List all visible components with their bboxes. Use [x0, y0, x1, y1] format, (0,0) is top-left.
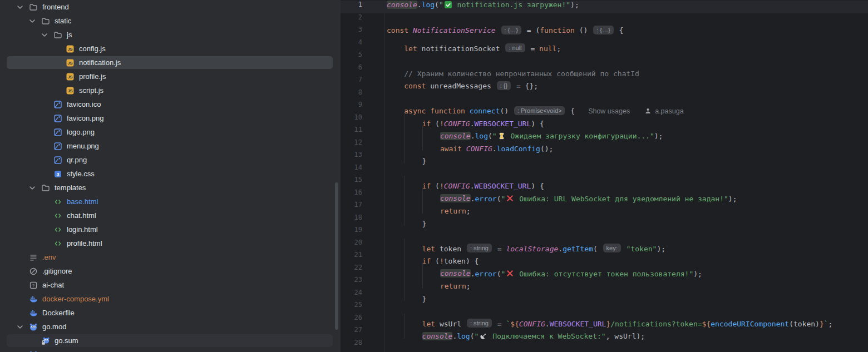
chevron-down-icon[interactable] — [16, 3, 24, 12]
code-line[interactable]: 13} — [341, 151, 868, 163]
tree-item-file[interactable] — [0, 348, 341, 352]
inlay-hint[interactable]: : {…} — [501, 26, 521, 34]
line-number[interactable]: 24 — [341, 289, 384, 301]
code-line[interactable]: 12await CONFIG.loadConfig(); — [341, 138, 868, 151]
line-number[interactable]: 17 — [341, 201, 384, 214]
code-line[interactable]: 25 — [341, 301, 868, 314]
code-line[interactable]: 26let wsUrl : string = `${CONFIG.WEBSOCK… — [341, 314, 868, 326]
line-number[interactable]: 11 — [341, 126, 384, 138]
line-number[interactable]: 3 — [341, 26, 384, 38]
line-number[interactable]: 4 — [341, 38, 384, 51]
code-line[interactable]: 17return; — [341, 201, 868, 214]
line-number[interactable]: 13 — [341, 151, 384, 163]
tree-item-config-js[interactable]: JSconfig.js — [0, 42, 341, 56]
code-line[interactable]: 10if (!CONFIG.WEBSOCKET_URL) { — [341, 113, 868, 126]
indent-guide — [422, 201, 440, 214]
line-number[interactable]: 27 — [341, 326, 384, 339]
line-number[interactable]: 28 — [341, 339, 384, 351]
code-line[interactable]: 16console.error(" Ошибка: URL WebSocket … — [341, 189, 868, 201]
code-line[interactable]: 20let token : string = localStorage.getI… — [341, 239, 868, 251]
line-number[interactable]: 26 — [341, 314, 384, 326]
code-lines: 1console.log(" notification.js загружен!… — [341, 1, 868, 351]
tree-item-go-mod[interactable]: go.mod — [0, 320, 341, 334]
code-line[interactable]: 18} — [341, 214, 868, 226]
tree-item-logo-png[interactable]: logo.png — [0, 125, 341, 139]
tree-item-profile-html[interactable]: profile.html — [0, 236, 341, 250]
code-line-content — [384, 163, 868, 176]
line-number[interactable]: 10 — [341, 113, 384, 126]
tree-item-env[interactable]: .env — [0, 250, 341, 264]
line-number[interactable]: 19 — [341, 226, 384, 239]
line-number[interactable]: 1 — [341, 1, 384, 13]
docker-icon — [29, 295, 38, 304]
code-line[interactable]: 1console.log(" notification.js загружен!… — [341, 1, 868, 13]
line-number[interactable]: 12 — [341, 138, 384, 151]
code-line[interactable]: 5 — [341, 51, 868, 63]
code-line[interactable]: 4let notificationSocket : null = null; — [341, 38, 868, 51]
code-line[interactable]: 8 — [341, 88, 868, 101]
line-number[interactable]: 5 — [341, 51, 384, 63]
tree-item-login-html[interactable]: login.html — [0, 222, 341, 236]
line-number[interactable]: 16 — [341, 189, 384, 201]
tree-item-docker-compose-yml[interactable]: docker-compose.yml — [0, 292, 341, 306]
code-line[interactable]: 21if (!token) { — [341, 251, 868, 264]
code-line[interactable]: 6// Храним количество непрочитанных сооб… — [341, 63, 868, 76]
code-line[interactable]: 15if (!CONFIG.WEBSOCKET_URL) { — [341, 176, 868, 189]
tree-item-menu-png[interactable]: menu.png — [0, 139, 341, 153]
tree-scrollbar-thumb[interactable] — [335, 182, 338, 330]
code-line[interactable]: 28 — [341, 339, 868, 351]
code-editor[interactable]: 1console.log(" notification.js загружен!… — [341, 0, 868, 352]
tree-item-chat-html[interactable]: chat.html — [0, 209, 341, 222]
chevron-down-icon[interactable] — [28, 184, 37, 192]
html-icon — [53, 197, 62, 206]
line-number[interactable]: 22 — [341, 264, 384, 276]
code-line[interactable]: 24} — [341, 289, 868, 301]
line-number[interactable]: 7 — [341, 76, 384, 88]
line-number[interactable]: 2 — [341, 13, 384, 26]
code-line[interactable]: 27console.log(" Подключаемся к WebSocket… — [341, 326, 868, 339]
tree-item-js[interactable]: js — [0, 28, 341, 42]
code-line[interactable]: 14 — [341, 163, 868, 176]
code-line[interactable]: 9async function connect() : Promise<void… — [341, 101, 868, 113]
line-number[interactable]: 23 — [341, 276, 384, 289]
code-line[interactable]: 22console.error(" Ошибка: отсутствует то… — [341, 264, 868, 276]
line-number[interactable]: 15 — [341, 176, 384, 189]
line-number[interactable]: 21 — [341, 251, 384, 264]
tree-item-base-html[interactable]: base.html — [0, 195, 341, 209]
code-line[interactable]: 3const NotificationService : {…} = (func… — [341, 26, 868, 38]
line-number[interactable]: 9 — [341, 101, 384, 113]
tree-item-go-sum[interactable]: go.sum — [0, 334, 341, 348]
tree-item-favicon-png[interactable]: favicon.png — [0, 111, 341, 125]
tree-item-static[interactable]: static — [0, 14, 341, 28]
code-line[interactable]: 2 — [341, 13, 868, 26]
tree-item-dockerfile[interactable]: Dockerfile — [0, 306, 341, 320]
tree-item-gitignore[interactable]: .gitignore — [0, 264, 341, 278]
tree-item-qr-png[interactable]: qr.png — [0, 153, 341, 167]
tree-item-ai-chat[interactable]: ?ai-chat — [0, 278, 341, 292]
line-number[interactable]: 8 — [341, 88, 384, 101]
line-number[interactable]: 18 — [341, 214, 384, 226]
code-line[interactable]: 7const unreadMessages : {} = {}; — [341, 76, 868, 88]
code-token: = ( — [522, 26, 540, 34]
code-line[interactable]: 11console.log(" Ожидаем загрузку конфигу… — [341, 126, 868, 138]
chevron-down-icon[interactable] — [16, 323, 24, 331]
line-number[interactable]: 25 — [341, 301, 384, 314]
tree-item-favicon-ico[interactable]: favicon.ico — [0, 97, 341, 111]
tree-item-profile-js[interactable]: JSprofile.js — [0, 70, 341, 83]
code-line[interactable]: 23return; — [341, 276, 868, 289]
tree-item-notification-js[interactable]: JSnotification.js — [0, 56, 341, 70]
tree-item-style-css[interactable]: 3style.css — [0, 167, 341, 181]
tree-item-frontend[interactable]: frontend — [0, 0, 341, 14]
tree-item-templates[interactable]: templates — [0, 181, 341, 195]
inlay-hint[interactable]: : {…} — [593, 26, 613, 34]
chevron-down-icon[interactable] — [40, 31, 49, 39]
indent-guide — [387, 264, 404, 276]
line-number[interactable]: 20 — [341, 239, 384, 251]
code-line-content: console.log(" Ожидаем загрузку конфигура… — [384, 126, 868, 138]
line-number[interactable]: 14 — [341, 163, 384, 176]
line-number[interactable]: 6 — [341, 63, 384, 76]
file-label: Dockerfile — [42, 309, 75, 317]
tree-item-script-js[interactable]: JSscript.js — [0, 83, 341, 97]
chevron-down-icon[interactable] — [28, 17, 37, 26]
code-line[interactable]: 19 — [341, 226, 868, 239]
